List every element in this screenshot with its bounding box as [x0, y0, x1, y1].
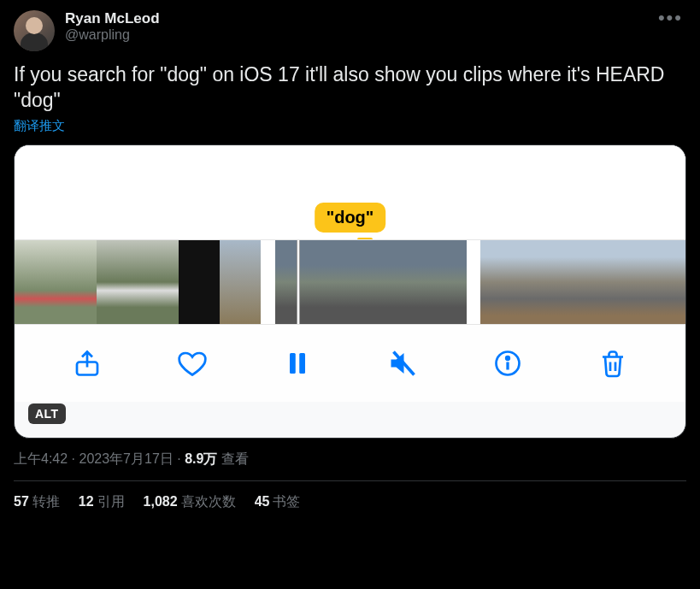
media-preview-top: "dog"	[15, 145, 685, 239]
heart-icon[interactable]	[174, 345, 211, 382]
meta-date[interactable]: 2023年7月17日	[79, 451, 173, 466]
author-block: Ryan McLeod @warpling	[65, 10, 644, 43]
tweet-meta: 上午4:42 · 2023年7月17日 · 8.9万 查看	[14, 451, 686, 481]
clip-group-2	[275, 240, 467, 324]
thumbnail[interactable]	[562, 240, 603, 324]
mute-icon[interactable]	[384, 345, 421, 382]
tweet-text: If you search for "dog" on iOS 17 it'll …	[14, 62, 686, 113]
stat-retweets[interactable]: 57转推	[14, 493, 60, 511]
thumbnail[interactable]	[521, 240, 562, 324]
pause-icon[interactable]	[279, 345, 316, 382]
views-count: 8.9万	[185, 451, 217, 466]
avatar[interactable]	[14, 10, 55, 51]
thumbnail[interactable]	[480, 240, 521, 324]
clip-group-3	[480, 240, 685, 324]
clip-group-1	[15, 240, 261, 324]
thumbnail[interactable]	[97, 240, 138, 324]
thumbnail[interactable]	[419, 240, 467, 324]
thumbnail[interactable]	[179, 240, 220, 324]
info-icon[interactable]	[489, 345, 526, 382]
share-icon[interactable]	[68, 345, 106, 382]
tweet-container: Ryan McLeod @warpling ••• If you search …	[0, 0, 700, 533]
thumbnail[interactable]	[371, 240, 419, 324]
tweet-stats: 57转推 12引用 1,082喜欢次数 45书签	[14, 481, 686, 523]
video-timeline[interactable]	[15, 239, 685, 325]
thumbnail[interactable]	[323, 240, 371, 324]
playhead[interactable]	[297, 240, 300, 324]
media-controls	[15, 325, 685, 402]
svg-rect-2	[299, 353, 305, 374]
search-tag-label: "dog"	[315, 203, 386, 233]
display-name[interactable]: Ryan McLeod	[65, 10, 644, 27]
thumbnail[interactable]	[56, 240, 97, 324]
trash-icon[interactable]	[594, 345, 632, 382]
stat-quotes[interactable]: 12引用	[79, 493, 125, 511]
media-card[interactable]: "dog"	[14, 144, 686, 439]
thumbnail[interactable]	[603, 240, 644, 324]
thumbnail[interactable]	[15, 240, 56, 324]
thumbnail[interactable]	[644, 240, 685, 324]
more-icon[interactable]: •••	[655, 10, 686, 26]
meta-time[interactable]: 上午4:42	[14, 451, 68, 466]
svg-point-5	[506, 356, 509, 360]
tweet-header: Ryan McLeod @warpling •••	[14, 10, 686, 51]
thumbnail[interactable]	[138, 240, 179, 324]
stat-likes[interactable]: 1,082喜欢次数	[144, 493, 236, 511]
translate-link[interactable]: 翻译推文	[14, 118, 65, 134]
views-label: 查看	[217, 451, 248, 466]
thumbnail[interactable]	[220, 240, 261, 324]
handle[interactable]: @warpling	[65, 27, 644, 43]
alt-badge[interactable]: ALT	[28, 403, 66, 424]
stat-bookmarks[interactable]: 45书签	[255, 493, 301, 511]
svg-rect-1	[290, 353, 296, 374]
